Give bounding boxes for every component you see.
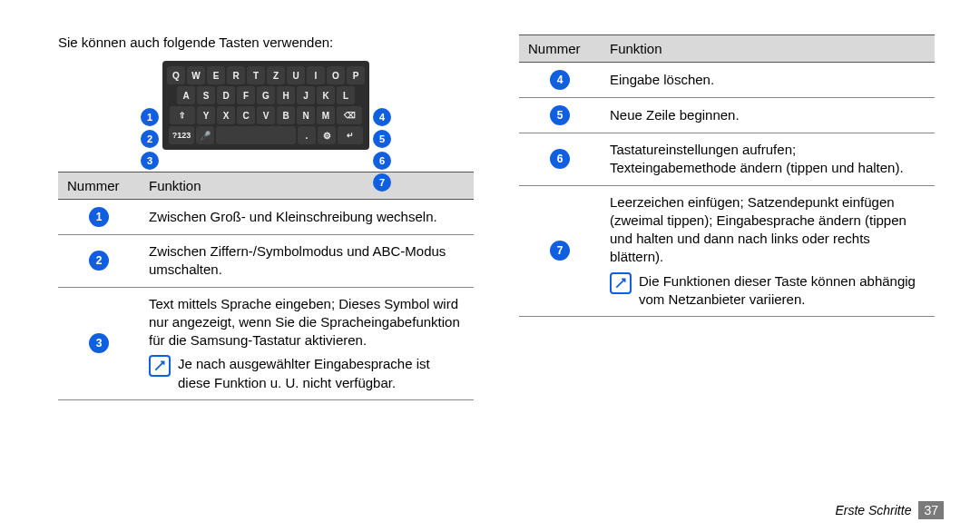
th-number: Nummer — [58, 172, 140, 200]
key-t: T — [247, 66, 265, 84]
circle-4-icon: 4 — [550, 70, 570, 90]
circle-2-icon: 2 — [89, 251, 109, 271]
circle-6-icon: 6 — [550, 149, 570, 169]
th-function: Funktion — [140, 172, 474, 200]
circle-3-icon: 3 — [89, 333, 109, 353]
key-f: F — [237, 86, 255, 104]
note-icon — [610, 272, 632, 294]
keyboard-diagram: Q W E R T Z U I O P A S D F G H — [58, 61, 474, 150]
key-y: Y — [197, 106, 215, 124]
row6-func: Tastatureinstellungen aufrufen; Texteing… — [601, 133, 935, 186]
callout-1: 1 — [141, 108, 159, 126]
key-shift: ⇧ — [170, 106, 195, 124]
row7-main: Leerzeichen einfügen; Satzendepunkt einf… — [610, 193, 926, 267]
row1-num: 1 — [58, 200, 140, 235]
left-column: Sie können auch folgende Tasten verwende… — [58, 34, 501, 523]
row3-num: 3 — [58, 287, 140, 399]
row7-num: 7 — [519, 185, 601, 317]
key-z: Z — [267, 66, 285, 84]
key-x: X — [217, 106, 235, 124]
key-o: O — [327, 66, 345, 84]
row5-func: Neue Zeile beginnen. — [601, 98, 935, 133]
footer-section: Erste Schritte — [835, 503, 911, 517]
row3-note-text: Je nach ausgewählter Eingabesprache ist … — [178, 355, 465, 392]
right-column: Nummer Funktion 4 Eingabe löschen. 5 Neu… — [501, 34, 944, 523]
circle-5-icon: 5 — [550, 105, 570, 125]
key-l: L — [337, 86, 355, 104]
circle-1-icon: 1 — [89, 207, 109, 227]
row7-note-text: Die Funktionen dieser Taste können abhän… — [639, 272, 926, 310]
row3-func: Text mittels Sprache eingeben; Dieses Sy… — [140, 287, 474, 399]
key-r: R — [227, 66, 245, 84]
note-icon — [149, 355, 171, 377]
key-k: K — [317, 86, 335, 104]
key-h: H — [277, 86, 295, 104]
key-u: U — [287, 66, 305, 84]
key-b: B — [277, 106, 295, 124]
row6-num: 6 — [519, 133, 601, 186]
key-gear: ⚙ — [318, 126, 336, 144]
row3-main: Text mittels Sprache eingeben; Dieses Sy… — [149, 295, 465, 350]
key-d: D — [217, 86, 235, 104]
row1-func: Zwischen Groß- und Kleinschreibung wechs… — [140, 200, 474, 235]
callout-2: 2 — [141, 130, 159, 148]
th-number-r: Nummer — [519, 35, 601, 63]
key-s: S — [197, 86, 215, 104]
key-delete: ⌫ — [337, 106, 362, 124]
row4-num: 4 — [519, 63, 601, 98]
row2-num: 2 — [58, 235, 140, 288]
key-mic: 🎤 — [196, 126, 214, 144]
row7-note: Die Funktionen dieser Taste können abhän… — [610, 272, 926, 310]
key-v: V — [257, 106, 275, 124]
page-footer: Erste Schritte 37 — [835, 501, 944, 519]
circle-7-icon: 7 — [550, 241, 570, 261]
row3-note: Je nach ausgewählter Eingabesprache ist … — [149, 355, 465, 392]
intro-text: Sie können auch folgende Tasten verwende… — [58, 34, 474, 50]
row4-func: Eingabe löschen. — [601, 63, 935, 98]
key-i: I — [307, 66, 325, 84]
callout-5: 5 — [373, 130, 391, 148]
callout-7: 7 — [373, 173, 391, 192]
row7-func: Leerzeichen einfügen; Satzendepunkt einf… — [601, 185, 935, 317]
th-function-r: Funktion — [601, 35, 935, 63]
key-space — [216, 126, 296, 144]
callout-6: 6 — [373, 152, 391, 170]
key-q: Q — [167, 66, 185, 84]
callout-4: 4 — [373, 108, 391, 126]
right-table: Nummer Funktion 4 Eingabe löschen. 5 Neu… — [519, 34, 935, 317]
key-g: G — [257, 86, 275, 104]
key-w: W — [187, 66, 205, 84]
footer-page-number: 37 — [918, 501, 944, 519]
key-p: P — [347, 66, 365, 84]
key-e: E — [207, 66, 225, 84]
key-j: J — [297, 86, 315, 104]
key-a: A — [177, 86, 195, 104]
key-mode: ?123 — [169, 126, 194, 144]
callout-3: 3 — [141, 152, 159, 170]
row2-func: Zwischen Ziffern-/Symbolmodus und ABC-Mo… — [140, 235, 474, 288]
keyboard-panel: Q W E R T Z U I O P A S D F G H — [162, 61, 369, 150]
key-n: N — [297, 106, 315, 124]
row5-num: 5 — [519, 98, 601, 133]
key-enter: ↵ — [338, 126, 363, 144]
left-table: Nummer Funktion 1 Zwischen Groß- und Kle… — [58, 172, 474, 400]
key-c: C — [237, 106, 255, 124]
key-m: M — [317, 106, 335, 124]
key-dot: . — [298, 126, 316, 144]
